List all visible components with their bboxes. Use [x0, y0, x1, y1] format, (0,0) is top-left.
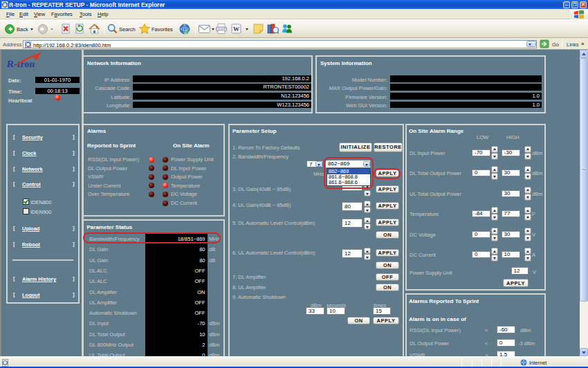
svg-text:W: W — [233, 26, 239, 33]
